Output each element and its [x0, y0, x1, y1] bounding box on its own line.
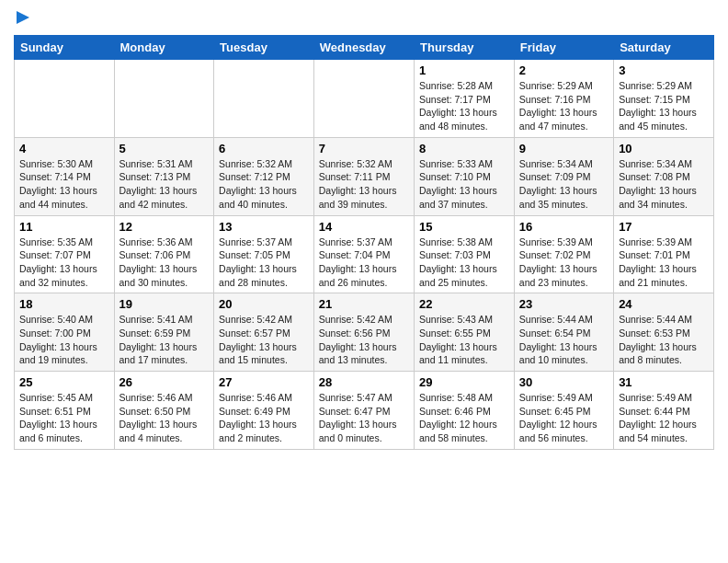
calendar-cell: 24Sunrise: 5:44 AM Sunset: 6:53 PM Dayli… [614, 293, 714, 372]
weekday-header-saturday: Saturday [614, 36, 714, 60]
day-number: 6 [219, 142, 309, 155]
day-info: Sunrise: 5:43 AM Sunset: 6:55 PM Dayligh… [419, 313, 509, 367]
day-number: 11 [19, 220, 109, 234]
calendar-cell: 10Sunrise: 5:34 AM Sunset: 7:08 PM Dayli… [614, 137, 714, 215]
calendar-cell: 20Sunrise: 5:42 AM Sunset: 6:57 PM Dayli… [214, 293, 314, 372]
day-info: Sunrise: 5:46 AM Sunset: 6:50 PM Dayligh… [119, 391, 210, 445]
weekday-header-monday: Monday [114, 36, 214, 60]
day-number: 10 [619, 142, 709, 155]
day-info: Sunrise: 5:40 AM Sunset: 7:00 PM Dayligh… [19, 313, 109, 367]
day-number: 20 [219, 297, 309, 311]
day-info: Sunrise: 5:31 AM Sunset: 7:13 PM Dayligh… [119, 157, 210, 212]
calendar-cell: 25Sunrise: 5:45 AM Sunset: 6:51 PM Dayli… [15, 372, 115, 450]
day-info: Sunrise: 5:44 AM Sunset: 6:53 PM Dayligh… [619, 313, 709, 367]
logo-arrow-icon [15, 9, 31, 26]
day-number: 1 [419, 63, 509, 77]
day-number: 18 [19, 297, 109, 311]
calendar-cell: 15Sunrise: 5:38 AM Sunset: 7:03 PM Dayli… [415, 215, 515, 293]
day-info: Sunrise: 5:36 AM Sunset: 7:06 PM Dayligh… [119, 236, 210, 290]
day-number: 21 [319, 297, 409, 311]
day-number: 19 [119, 297, 210, 311]
day-info: Sunrise: 5:33 AM Sunset: 7:10 PM Dayligh… [419, 157, 509, 212]
calendar-cell: 31Sunrise: 5:49 AM Sunset: 6:44 PM Dayli… [614, 372, 714, 450]
day-info: Sunrise: 5:42 AM Sunset: 6:57 PM Dayligh… [219, 313, 309, 367]
day-number: 22 [419, 297, 509, 311]
day-info: Sunrise: 5:42 AM Sunset: 6:56 PM Dayligh… [319, 313, 409, 367]
day-number: 16 [519, 220, 609, 234]
calendar-cell: 22Sunrise: 5:43 AM Sunset: 6:55 PM Dayli… [415, 293, 515, 372]
day-number: 12 [119, 220, 210, 234]
day-info: Sunrise: 5:28 AM Sunset: 7:17 PM Dayligh… [419, 79, 509, 133]
calendar-header-row: SundayMondayTuesdayWednesdayThursdayFrid… [15, 36, 714, 60]
calendar-cell: 5Sunrise: 5:31 AM Sunset: 7:13 PM Daylig… [114, 137, 214, 215]
calendar-cell: 27Sunrise: 5:46 AM Sunset: 6:49 PM Dayli… [214, 372, 314, 450]
day-number: 31 [619, 375, 709, 389]
calendar-cell: 11Sunrise: 5:35 AM Sunset: 7:07 PM Dayli… [15, 215, 115, 293]
day-number: 4 [19, 142, 109, 155]
day-info: Sunrise: 5:47 AM Sunset: 6:47 PM Dayligh… [319, 391, 409, 445]
day-number: 7 [319, 142, 409, 155]
day-number: 25 [19, 375, 109, 389]
day-info: Sunrise: 5:32 AM Sunset: 7:12 PM Dayligh… [219, 157, 309, 212]
calendar-cell: 8Sunrise: 5:33 AM Sunset: 7:10 PM Daylig… [415, 137, 515, 215]
day-number: 27 [219, 375, 309, 389]
day-info: Sunrise: 5:38 AM Sunset: 7:03 PM Dayligh… [419, 236, 509, 290]
calendar-cell: 7Sunrise: 5:32 AM Sunset: 7:11 PM Daylig… [313, 137, 414, 215]
calendar-cell: 30Sunrise: 5:49 AM Sunset: 6:45 PM Dayli… [514, 372, 613, 450]
calendar-table: SundayMondayTuesdayWednesdayThursdayFrid… [14, 35, 714, 450]
day-info: Sunrise: 5:35 AM Sunset: 7:07 PM Dayligh… [19, 236, 109, 290]
day-info: Sunrise: 5:48 AM Sunset: 6:46 PM Dayligh… [419, 391, 509, 445]
calendar-week-3: 11Sunrise: 5:35 AM Sunset: 7:07 PM Dayli… [15, 215, 714, 293]
calendar-week-5: 25Sunrise: 5:45 AM Sunset: 6:51 PM Dayli… [15, 372, 714, 450]
calendar-cell: 16Sunrise: 5:39 AM Sunset: 7:02 PM Dayli… [514, 215, 613, 293]
calendar-cell: 19Sunrise: 5:41 AM Sunset: 6:59 PM Dayli… [114, 293, 214, 372]
calendar-cell: 9Sunrise: 5:34 AM Sunset: 7:09 PM Daylig… [514, 137, 613, 215]
calendar-week-1: 1Sunrise: 5:28 AM Sunset: 7:17 PM Daylig… [15, 60, 714, 138]
day-info: Sunrise: 5:32 AM Sunset: 7:11 PM Dayligh… [319, 157, 409, 212]
day-info: Sunrise: 5:39 AM Sunset: 7:01 PM Dayligh… [619, 236, 709, 290]
calendar-cell [313, 60, 414, 138]
day-number: 29 [419, 375, 509, 389]
day-number: 17 [619, 220, 709, 234]
day-number: 28 [319, 375, 409, 389]
day-info: Sunrise: 5:29 AM Sunset: 7:16 PM Dayligh… [519, 79, 609, 133]
day-number: 9 [519, 142, 609, 155]
calendar-cell: 29Sunrise: 5:48 AM Sunset: 6:46 PM Dayli… [415, 372, 515, 450]
calendar-week-4: 18Sunrise: 5:40 AM Sunset: 7:00 PM Dayli… [15, 293, 714, 372]
calendar-cell [114, 60, 214, 138]
calendar-cell: 3Sunrise: 5:29 AM Sunset: 7:15 PM Daylig… [614, 60, 714, 138]
calendar-cell: 13Sunrise: 5:37 AM Sunset: 7:05 PM Dayli… [214, 215, 314, 293]
calendar-cell: 12Sunrise: 5:36 AM Sunset: 7:06 PM Dayli… [114, 215, 214, 293]
weekday-header-friday: Friday [514, 36, 613, 60]
day-info: Sunrise: 5:49 AM Sunset: 6:45 PM Dayligh… [519, 391, 609, 445]
day-number: 23 [519, 297, 609, 311]
page-header [14, 9, 714, 26]
day-number: 8 [419, 142, 509, 155]
day-info: Sunrise: 5:37 AM Sunset: 7:04 PM Dayligh… [319, 236, 409, 290]
weekday-header-tuesday: Tuesday [214, 36, 314, 60]
day-number: 15 [419, 220, 509, 234]
calendar-cell: 18Sunrise: 5:40 AM Sunset: 7:00 PM Dayli… [15, 293, 115, 372]
calendar-cell: 17Sunrise: 5:39 AM Sunset: 7:01 PM Dayli… [614, 215, 714, 293]
calendar-cell: 21Sunrise: 5:42 AM Sunset: 6:56 PM Dayli… [313, 293, 414, 372]
day-info: Sunrise: 5:34 AM Sunset: 7:08 PM Dayligh… [619, 157, 709, 212]
day-info: Sunrise: 5:29 AM Sunset: 7:15 PM Dayligh… [619, 79, 709, 133]
day-info: Sunrise: 5:49 AM Sunset: 6:44 PM Dayligh… [619, 391, 709, 445]
day-info: Sunrise: 5:41 AM Sunset: 6:59 PM Dayligh… [119, 313, 210, 367]
weekday-header-sunday: Sunday [15, 36, 115, 60]
calendar-cell: 6Sunrise: 5:32 AM Sunset: 7:12 PM Daylig… [214, 137, 314, 215]
logo [14, 9, 32, 26]
day-number: 26 [119, 375, 210, 389]
day-number: 30 [519, 375, 609, 389]
calendar-cell: 26Sunrise: 5:46 AM Sunset: 6:50 PM Dayli… [114, 372, 214, 450]
day-info: Sunrise: 5:44 AM Sunset: 6:54 PM Dayligh… [519, 313, 609, 367]
day-number: 3 [619, 63, 709, 77]
day-info: Sunrise: 5:46 AM Sunset: 6:49 PM Dayligh… [219, 391, 309, 445]
day-info: Sunrise: 5:39 AM Sunset: 7:02 PM Dayligh… [519, 236, 609, 290]
calendar-cell [15, 60, 115, 138]
calendar-cell: 2Sunrise: 5:29 AM Sunset: 7:16 PM Daylig… [514, 60, 613, 138]
svg-marker-0 [17, 11, 29, 24]
day-number: 14 [319, 220, 409, 234]
calendar-cell: 28Sunrise: 5:47 AM Sunset: 6:47 PM Dayli… [313, 372, 414, 450]
calendar-cell: 23Sunrise: 5:44 AM Sunset: 6:54 PM Dayli… [514, 293, 613, 372]
